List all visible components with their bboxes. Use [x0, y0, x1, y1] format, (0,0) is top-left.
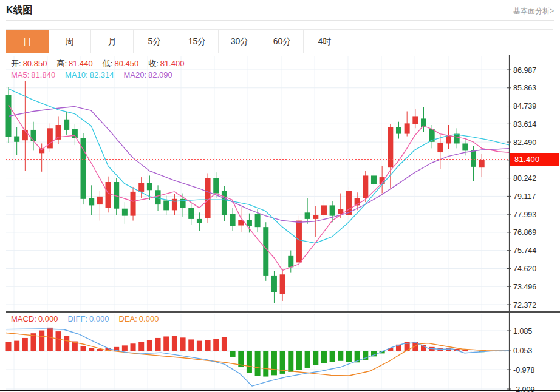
- candle-body: [106, 182, 111, 208]
- macd-bar: [338, 351, 343, 361]
- candle-body: [197, 219, 202, 223]
- high-value: 高:81.440: [56, 58, 92, 69]
- candle-body: [213, 178, 219, 193]
- candle-body: [479, 160, 485, 167]
- macd-bar: [255, 351, 261, 376]
- candle-body: [313, 215, 318, 219]
- candle-body: [155, 190, 161, 204]
- macd-bar: [222, 337, 227, 351]
- candle-body: [371, 175, 377, 184]
- macd-bar: [247, 351, 252, 373]
- macd-bar: [346, 351, 352, 362]
- y-axis-label: 77.993: [513, 211, 536, 219]
- candle-body: [14, 137, 19, 142]
- macd-info-row: MACD:0.000 DIFF:0.000 DEA:0.000: [11, 314, 159, 323]
- macd-bar: [56, 331, 61, 351]
- candle-body: [188, 208, 194, 219]
- candle-body: [255, 214, 261, 227]
- candle-body: [230, 214, 236, 226]
- ma5-value: MA5:81.840: [11, 70, 55, 79]
- macd-bar: [188, 339, 194, 351]
- y-axis-label: 73.496: [513, 283, 536, 291]
- candle-body: [39, 148, 44, 153]
- macd-bar: [138, 342, 144, 351]
- macd-bar: [288, 351, 293, 372]
- candle-body: [321, 205, 327, 215]
- candle-body: [122, 209, 128, 216]
- ma-info-row: MA5:81.840 MA10:82.314 MA20:82.090: [11, 70, 172, 79]
- macd-bar: [14, 341, 19, 351]
- macd-bar: [271, 351, 277, 376]
- last-price-badge: 81.400: [510, 153, 559, 166]
- candle-body: [163, 200, 169, 210]
- y-axis-label: 76.869: [513, 228, 536, 237]
- candle-body: [437, 143, 443, 152]
- y-axis-label: 72.372: [513, 301, 536, 309]
- macd-bar: [197, 341, 202, 351]
- candle-body: [247, 220, 252, 226]
- macd-bar: [81, 346, 86, 351]
- macd-bar: [213, 339, 219, 351]
- candle-body: [388, 127, 393, 167]
- macd-bar: [230, 351, 236, 357]
- y-axis-label: 79.117: [513, 192, 536, 201]
- candle-body: [89, 198, 94, 205]
- candle-body: [271, 276, 277, 292]
- low-value: 低:80.450: [103, 58, 138, 69]
- candle-body: [412, 116, 418, 124]
- macd-bar: [296, 351, 302, 370]
- ma10-value: MA10:82.314: [65, 70, 114, 79]
- candle-body: [471, 150, 476, 167]
- macd-bar: [147, 340, 152, 351]
- macd-bar: [305, 351, 310, 368]
- y-axis-label: 85.863: [513, 84, 536, 92]
- candle-body: [446, 135, 451, 143]
- macd-bar: [155, 338, 161, 351]
- macd-bar: [89, 348, 94, 351]
- dea-value: DEA:0.000: [118, 314, 159, 323]
- y-axis-label: 82.490: [513, 138, 536, 147]
- macd-bar: [22, 338, 28, 351]
- candle-body: [462, 143, 468, 150]
- candle-body: [296, 221, 302, 263]
- macd-bar: [263, 351, 268, 377]
- ohlc-info-row: 开:80.850 高:81.440 低:80.450 收:81.400: [11, 58, 185, 69]
- y-axis-label: 84.739: [513, 102, 536, 110]
- open-value: 开:80.850: [11, 58, 47, 69]
- y-axis-label: 74.620: [513, 265, 536, 273]
- diff-value: DIFF:0.000: [67, 314, 109, 323]
- candle-body: [97, 197, 103, 204]
- macd-axis-label: -2.009: [513, 385, 534, 392]
- macd-value: MACD:0.000: [11, 314, 58, 323]
- candle-body: [138, 183, 144, 192]
- macd-bar: [321, 351, 327, 363]
- y-axis-label: 83.614: [513, 120, 536, 129]
- y-axis-label: 86.987: [513, 66, 536, 75]
- kline-page: K线图 基本面分析> 日周月5分15分30分60分4时 86.98785.863…: [0, 0, 560, 392]
- ma20-value: MA20:82.090: [123, 70, 172, 79]
- candle-body: [396, 127, 401, 134]
- candle-body: [131, 192, 136, 216]
- macd-bar: [6, 342, 12, 351]
- y-axis-label: 80.242: [513, 174, 536, 183]
- candle-body: [263, 227, 268, 276]
- macd-bar: [172, 336, 177, 351]
- macd-bar: [471, 351, 476, 351]
- candle-body: [330, 205, 335, 215]
- candle-body: [363, 175, 368, 198]
- candle-body: [288, 256, 293, 268]
- macd-bar: [39, 331, 44, 351]
- macd-bar: [180, 337, 186, 351]
- macd-axis-label: -0.978: [513, 366, 534, 374]
- macd-bar: [122, 345, 128, 351]
- macd-axis-label: 1.085: [513, 327, 532, 336]
- y-axis-label: 75.744: [513, 246, 536, 255]
- candle-body: [64, 120, 69, 130]
- macd-bar: [163, 336, 169, 351]
- candle-body: [280, 274, 285, 294]
- macd-bar: [131, 343, 136, 351]
- candle-body: [405, 123, 410, 133]
- macd-bar: [330, 351, 335, 362]
- macd-bar: [313, 351, 318, 365]
- macd-bar: [47, 328, 53, 351]
